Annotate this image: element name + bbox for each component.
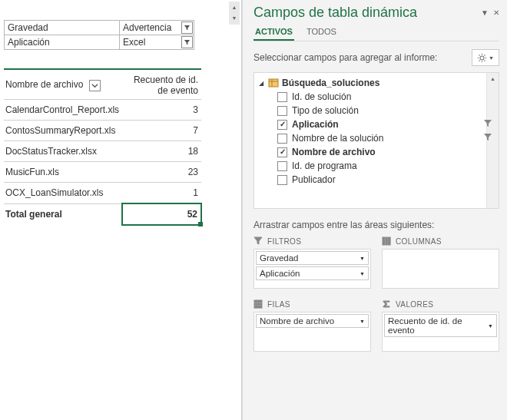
scroll-down-icon[interactable]: ▼	[229, 12, 240, 23]
field-label: Tipo de solución	[292, 105, 359, 116]
field-row[interactable]: Publicador	[259, 173, 497, 187]
scroll-up-icon[interactable]: ▲	[229, 2, 240, 12]
chip[interactable]: Nombre de archivo▼	[256, 314, 369, 328]
columns-icon	[382, 236, 391, 246]
filter-value-cell[interactable]: Advertencia	[120, 21, 194, 35]
svg-line-6	[484, 60, 485, 61]
table-icon	[268, 78, 279, 88]
grand-total-value[interactable]: 52	[122, 203, 201, 225]
row-name[interactable]: MusicFun.xls	[4, 162, 122, 183]
row-header-label: Nombre de archivo	[5, 79, 83, 90]
filter-label: Aplicación	[5, 35, 120, 50]
filter-dropdown-icon[interactable]	[181, 21, 193, 34]
chip-label: Aplicación	[260, 269, 300, 278]
rows-dropzone[interactable]: Nombre de archivo▼	[254, 312, 371, 352]
caret-down-icon: ▼	[360, 256, 365, 261]
field-label: Aplicación	[292, 119, 339, 130]
row-name[interactable]: ContosSummaryReport.xls	[4, 121, 122, 141]
filter-dropdown-icon[interactable]	[181, 36, 193, 48]
tab-todos[interactable]: TODOS	[305, 25, 338, 41]
svg-point-0	[480, 56, 484, 60]
areas-grid: FILTROS Gravedad▼ Aplicación▼ COLUMNAS F…	[254, 236, 499, 352]
row-dropdown-icon[interactable]	[89, 80, 101, 91]
caret-down-icon: ▼	[360, 319, 365, 324]
field-label: Nombre de la solución	[292, 133, 383, 144]
field-row[interactable]: Aplicación	[259, 117, 497, 131]
chip-label: Gravedad	[260, 253, 299, 263]
grand-total-label[interactable]: Total general	[4, 203, 122, 225]
row-value[interactable]: 1	[122, 183, 201, 204]
svg-rect-9	[269, 79, 278, 87]
chip[interactable]: Aplicación▼	[256, 266, 369, 280]
area-values: VALORES Recuento de id. de evento▼	[382, 299, 499, 352]
row-value[interactable]: 18	[122, 141, 201, 162]
field-label: Id. de solución	[292, 91, 351, 102]
field-checkbox[interactable]	[277, 106, 287, 116]
field-checkbox[interactable]	[277, 134, 287, 144]
caret-down-icon: ▼	[489, 55, 494, 61]
field-checkbox[interactable]	[277, 161, 287, 171]
row-value[interactable]: 23	[122, 162, 201, 183]
area-label: FILAS	[267, 300, 290, 309]
chip-label: Nombre de archivo	[260, 316, 334, 326]
field-row[interactable]: Nombre de archivo	[259, 145, 497, 159]
area-label: FILTROS	[267, 237, 301, 246]
field-checkbox[interactable]	[277, 120, 287, 130]
select-fields-caption: Seleccionar campos para agregar al infor…	[254, 52, 437, 63]
svg-rect-14	[389, 237, 391, 245]
field-label: Publicador	[292, 174, 336, 185]
pane-title: Campos de tabla dinámica	[254, 5, 417, 21]
areas-caption: Arrastrar campos entre las áreas siguien…	[254, 220, 499, 230]
pivot-fields-pane: Campos de tabla dinámica ▼ ✕ ACTIVOS TOD…	[242, 0, 507, 420]
sigma-icon	[382, 299, 391, 309]
area-columns: COLUMNAS	[382, 236, 499, 289]
pivot-table[interactable]: Nombre de archivo Recuento de id. de eve…	[4, 68, 202, 226]
tab-activos[interactable]: ACTIVOS	[254, 25, 294, 41]
svg-rect-13	[386, 237, 388, 245]
area-label: VALORES	[396, 300, 433, 309]
tabs: ACTIVOS TODOS	[254, 25, 499, 41]
row-header[interactable]: Nombre de archivo	[4, 69, 122, 100]
filters-dropzone[interactable]: Gravedad▼ Aplicación▼	[254, 249, 371, 289]
dropdown-icon[interactable]: ▼	[481, 8, 489, 17]
svg-rect-17	[254, 306, 262, 309]
svg-rect-12	[383, 237, 385, 245]
value-header[interactable]: Recuento de id. de evento	[122, 69, 201, 100]
filter-value: Excel	[123, 37, 145, 48]
columns-dropzone[interactable]	[382, 249, 499, 289]
close-icon[interactable]: ✕	[493, 8, 499, 17]
filter-value-cell[interactable]: Excel	[120, 35, 194, 50]
field-checkbox[interactable]	[277, 92, 287, 102]
sheet-scrollbar[interactable]: ▲ ▼	[229, 2, 240, 25]
svg-rect-16	[254, 303, 262, 306]
row-name[interactable]: DocStatusTracker.xlsx	[4, 141, 122, 162]
row-name[interactable]: OCX_LoanSimulator.xls	[4, 183, 122, 204]
area-label: COLUMNAS	[396, 237, 442, 246]
row-value[interactable]: 7	[122, 121, 201, 141]
table-node[interactable]: ◢ Búsqueda_soluciones	[259, 76, 497, 90]
filter-value: Advertencia	[123, 22, 171, 33]
field-row[interactable]: Id. de solución	[259, 90, 497, 104]
pivot-sheet-pane: ▲ ▼ Gravedad Advertencia Aplicación Exce…	[0, 0, 242, 420]
rows-icon	[254, 299, 263, 309]
svg-line-7	[479, 60, 479, 61]
table-name: Búsqueda_soluciones	[282, 78, 379, 88]
svg-line-5	[479, 55, 479, 55]
field-checkbox[interactable]	[277, 147, 287, 157]
row-name[interactable]: CalendarControl_Report.xls	[4, 100, 122, 121]
field-row[interactable]: Id. de programa	[259, 159, 497, 173]
values-dropzone[interactable]: Recuento de id. de evento▼	[382, 312, 499, 352]
field-row[interactable]: Nombre de la solución	[259, 131, 497, 145]
chip[interactable]: Gravedad▼	[256, 251, 369, 265]
field-label: Nombre de archivo	[292, 147, 376, 157]
funnel-icon[interactable]	[483, 119, 492, 128]
funnel-icon[interactable]	[483, 133, 492, 142]
filter-label: Gravedad	[5, 21, 120, 35]
row-value[interactable]: 3	[122, 100, 201, 121]
collapse-icon[interactable]: ◢	[259, 80, 265, 87]
chip[interactable]: Recuento de id. de evento▼	[384, 314, 497, 337]
scroll-up-icon[interactable]: ▲	[487, 73, 499, 84]
tools-button[interactable]: ▼	[472, 49, 499, 66]
field-row[interactable]: Tipo de solución	[259, 104, 497, 117]
field-checkbox[interactable]	[277, 175, 287, 185]
